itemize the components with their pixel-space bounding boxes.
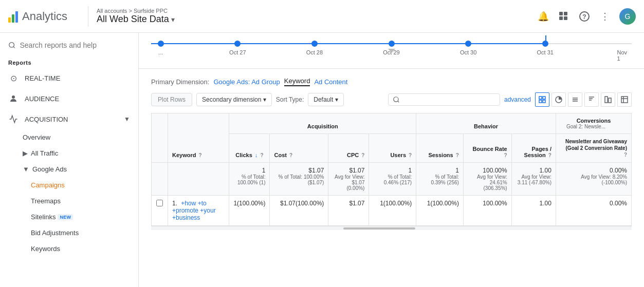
- advanced-link[interactable]: advanced: [504, 96, 531, 103]
- conversions-group-header: Conversions Goal 2: Newsle...: [556, 113, 631, 134]
- acquisition-expand-icon: ▼: [124, 116, 130, 123]
- logo-bar-1: [8, 17, 11, 23]
- total-cpc-sub: Avg for View: $1.07 (0.00%): [333, 174, 364, 191]
- sidebar-sub-bidadjustments[interactable]: Bid Adjustments: [0, 225, 138, 241]
- sort-type-button[interactable]: Default ▾: [308, 93, 343, 106]
- pivot-view-icon[interactable]: [617, 92, 632, 107]
- cost-help-icon[interactable]: ?: [289, 152, 292, 158]
- sidebar-sub-keywords[interactable]: Keywords: [0, 241, 138, 257]
- svg-point-10: [394, 97, 398, 102]
- total-sessions-cell: 1 % of Total: 0.39% (256): [416, 163, 464, 196]
- conversion-label: Newsletter and Giveaway (Goal 2 Conversi…: [565, 139, 627, 151]
- row-clicks-cell: 1(100.00%): [229, 196, 270, 226]
- avatar[interactable]: G: [619, 8, 636, 25]
- googleads-expand: ▼: [23, 165, 29, 173]
- svg-marker-9: [388, 49, 395, 53]
- sessions-help-icon[interactable]: ?: [456, 152, 459, 158]
- col-cost: Cost ?: [270, 134, 328, 163]
- row-keyword-cell: 1. +how +to +promote +your +business: [168, 196, 229, 226]
- sidebar-sub-alltraffic[interactable]: ▶ All Traffic: [0, 145, 138, 161]
- table-search-input[interactable]: [403, 96, 495, 103]
- account-info: All accounts > Surfside PPC All Web Site…: [97, 8, 175, 25]
- keyword-help-icon[interactable]: ?: [199, 152, 202, 158]
- account-title[interactable]: All Web Site Data ▾: [97, 14, 175, 25]
- compare-view-icon[interactable]: [601, 92, 615, 107]
- table-row: 1. +how +to +promote +your +business 1(1…: [152, 196, 632, 226]
- sidebar-sub-googleads[interactable]: ▼ Google Ads: [0, 161, 138, 177]
- svg-rect-15: [543, 100, 545, 103]
- main-content: ... Oct 27 Oct 28 Oct 29 Oct 30 Oct 31 N…: [139, 33, 644, 287]
- primary-dimension: Primary Dimension: Google Ads: Ad Group …: [151, 77, 632, 86]
- total-conversion-sub: Avg for View: 8.20% (-100.00%): [560, 174, 627, 185]
- bounce-help-icon[interactable]: ?: [504, 152, 507, 158]
- search-input[interactable]: [20, 41, 130, 49]
- bell-icon[interactable]: 🔔: [537, 10, 549, 23]
- cpc-help-icon[interactable]: ?: [361, 152, 364, 158]
- row-checkbox[interactable]: [156, 200, 163, 206]
- search-area[interactable]: [0, 37, 138, 53]
- googleads-label: Google Ads: [32, 165, 67, 173]
- sidebar-sub-campaigns[interactable]: Campaigns: [0, 177, 138, 193]
- sidebar-sub-overview[interactable]: Overview: [0, 129, 138, 145]
- users-help-icon[interactable]: ?: [409, 152, 412, 158]
- total-row: 1 % of Total: 100.00% (1) $1.07 % of Tot…: [152, 163, 632, 196]
- dim-adcontent[interactable]: Ad Content: [314, 78, 347, 86]
- dim-keyword[interactable]: Keyword: [284, 77, 310, 86]
- conversions-label: Conversions: [560, 118, 627, 124]
- dim-adgroup[interactable]: Google Ads: Ad Group: [213, 78, 280, 86]
- total-clicks: 1: [233, 167, 265, 174]
- timeline-dot-4: [465, 41, 471, 47]
- plot-rows-button[interactable]: Plot Rows: [151, 93, 192, 106]
- total-bounce: 100.00%: [468, 167, 507, 174]
- secondary-dim-button[interactable]: Secondary dimension ▾: [196, 93, 272, 106]
- grid-icon[interactable]: [558, 10, 570, 23]
- total-bounce-sub: Avg for View: 24.61% (306.35%): [468, 174, 507, 191]
- scrollbar-thumb[interactable]: [343, 227, 415, 229]
- view-icons: [535, 92, 632, 107]
- overview-label: Overview: [23, 133, 50, 141]
- col-users: Users ?: [369, 134, 416, 163]
- clicks-sort-arrow[interactable]: ↓: [255, 152, 258, 158]
- header-actions: 🔔 ? ⋮ G: [537, 8, 636, 25]
- sidebar-sub-sitelinks[interactable]: Sitelinks NEW: [0, 209, 138, 225]
- row-conversion-cell: 0.00%: [556, 196, 631, 226]
- total-users: 1: [373, 167, 412, 174]
- search-icon: [8, 41, 15, 49]
- help-icon[interactable]: ?: [578, 10, 591, 23]
- timeline-track: ... Oct 27 Oct 28 Oct 29 Oct 30 Oct 31 N…: [151, 38, 632, 59]
- row-checkbox-cell[interactable]: [152, 196, 168, 226]
- total-conversion: 0.00%: [560, 167, 627, 174]
- toolbar: Plot Rows Secondary dimension ▾ Sort Typ…: [151, 92, 632, 107]
- keywords-label: Keywords: [31, 245, 60, 253]
- sidebar-sub-treemaps[interactable]: Treemaps: [0, 193, 138, 209]
- keyword-col-label: Keyword: [172, 152, 196, 158]
- list-view-icon[interactable]: [568, 92, 582, 107]
- timeline-dropdown[interactable]: [388, 47, 395, 54]
- logo-bar-2: [12, 14, 14, 23]
- more-icon[interactable]: ⋮: [599, 10, 611, 23]
- sort-view-icon[interactable]: [584, 92, 599, 107]
- svg-point-6: [9, 43, 14, 48]
- cpc-label: CPC: [347, 152, 359, 158]
- total-keyword-cell: [168, 163, 229, 196]
- conversion-help-icon[interactable]: ?: [624, 152, 627, 158]
- header-divider: [88, 6, 88, 27]
- timeline-label-1: Oct 27: [229, 49, 246, 55]
- clicks-help-icon[interactable]: ?: [260, 152, 263, 158]
- sidebar-item-realtime[interactable]: ⊙ REAL-TIME: [0, 68, 138, 88]
- logo: Analytics: [8, 10, 67, 23]
- horizontal-scrollbar[interactable]: [151, 226, 632, 230]
- svg-rect-2: [559, 16, 563, 20]
- grid-view-icon[interactable]: [535, 92, 549, 107]
- alltraffic-expand: ▶: [23, 149, 28, 157]
- pages-help-icon[interactable]: ?: [548, 152, 551, 158]
- keyword-link[interactable]: +how +to +promote +your +business: [172, 200, 216, 221]
- svg-point-8: [12, 95, 15, 99]
- sidebar-item-audience[interactable]: AUDIENCE: [0, 88, 138, 109]
- svg-text:?: ?: [582, 13, 586, 21]
- pie-view-icon[interactable]: [551, 92, 566, 107]
- total-pages-cell: 1.00 Avg for View: 3.11 (-67.80%): [511, 163, 556, 196]
- sidebar-item-acquisition[interactable]: ACQUISITION ▼: [0, 109, 138, 129]
- svg-rect-24: [609, 98, 611, 103]
- timeline[interactable]: ... Oct 27 Oct 28 Oct 29 Oct 30 Oct 31 N…: [139, 38, 644, 69]
